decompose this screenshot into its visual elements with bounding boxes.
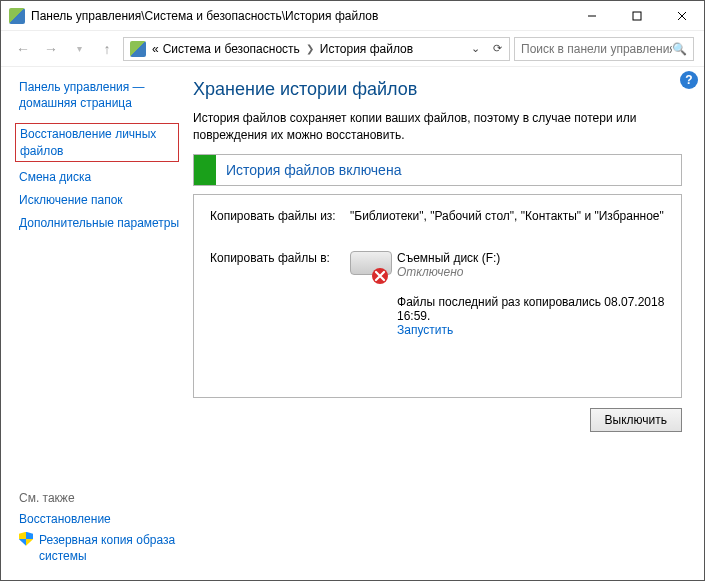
- control-panel-icon: [130, 41, 146, 57]
- status-text: История файлов включена: [216, 162, 401, 178]
- copy-to-label: Копировать файлы в:: [210, 251, 350, 337]
- copy-to-row: Копировать файлы в: Съемный диск (F:) От…: [210, 251, 665, 337]
- up-button[interactable]: ↑: [95, 37, 119, 61]
- back-button[interactable]: ←: [11, 37, 35, 61]
- search-input[interactable]: [521, 42, 672, 56]
- svg-rect-1: [633, 12, 641, 20]
- last-copy-text: Файлы последний раз копировались 08.07.2…: [397, 295, 664, 323]
- sidebar: Панель управления — домашняя страница Во…: [1, 67, 193, 580]
- refresh-icon[interactable]: ⟳: [487, 42, 507, 55]
- breadcrumb-current[interactable]: История файлов: [318, 42, 415, 56]
- drive-block: Съемный диск (F:) Отключено Файлы послед…: [350, 251, 665, 337]
- sidebar-task-advanced[interactable]: Дополнительные параметры: [19, 215, 183, 231]
- disable-button[interactable]: Выключить: [590, 408, 682, 432]
- copy-from-value: "Библиотеки", "Рабочий стол", "Контакты"…: [350, 209, 665, 223]
- drive-info: Съемный диск (F:) Отключено Файлы послед…: [397, 251, 665, 337]
- status-banner: История файлов включена: [193, 154, 682, 186]
- sidebar-task-link[interactable]: Исключение папок: [19, 192, 183, 208]
- search-icon: 🔍: [672, 42, 687, 56]
- see-also-link[interactable]: Резервная копия образа системы: [39, 532, 183, 564]
- see-also-recovery[interactable]: Восстановление: [19, 511, 183, 527]
- breadcrumb-prefix: «: [150, 42, 161, 56]
- content: ? Хранение истории файлов История файлов…: [193, 67, 704, 580]
- breadcrumb-parent[interactable]: Система и безопасность: [161, 42, 302, 56]
- status-stripe: [194, 155, 216, 185]
- minimize-button[interactable]: [569, 1, 614, 31]
- see-also-link[interactable]: Восстановление: [19, 511, 111, 527]
- control-panel-icon: [9, 8, 25, 24]
- see-also-system-image[interactable]: Резервная копия образа системы: [19, 532, 183, 564]
- titlebar: Панель управления\Система и безопасность…: [1, 1, 704, 31]
- navbar: ← → ▾ ↑ « Система и безопасность ❯ Истор…: [1, 31, 704, 67]
- sidebar-task-exclude[interactable]: Исключение папок: [19, 192, 183, 208]
- see-also-section: См. также Восстановление Резервная копия…: [19, 491, 183, 568]
- search-box[interactable]: 🔍: [514, 37, 694, 61]
- sidebar-task-link[interactable]: Дополнительные параметры: [19, 215, 183, 231]
- page-description: История файлов сохраняет копии ваших фай…: [193, 110, 682, 144]
- control-panel-home-link[interactable]: Панель управления — домашняя страница: [19, 79, 183, 111]
- chevron-right-icon[interactable]: ❯: [302, 43, 318, 54]
- window-controls: [569, 1, 704, 31]
- last-copy: Файлы последний раз копировались 08.07.2…: [397, 295, 665, 337]
- body: Панель управления — домашняя страница Во…: [1, 67, 704, 580]
- recent-dropdown[interactable]: ▾: [67, 37, 91, 61]
- page-title: Хранение истории файлов: [193, 79, 682, 100]
- close-button[interactable]: [659, 1, 704, 31]
- address-bar[interactable]: « Система и безопасность ❯ История файло…: [123, 37, 510, 61]
- sidebar-task-restore[interactable]: Восстановление личных файлов: [15, 123, 179, 161]
- maximize-button[interactable]: [614, 1, 659, 31]
- address-dropdown-icon[interactable]: ⌄: [465, 42, 485, 55]
- drive-name: Съемный диск (F:): [397, 251, 665, 265]
- help-icon[interactable]: ?: [680, 71, 698, 89]
- forward-button[interactable]: →: [39, 37, 63, 61]
- see-also-title: См. также: [19, 491, 183, 505]
- error-x-icon: [371, 267, 389, 285]
- drive-icon: [350, 251, 387, 281]
- shield-icon: [19, 532, 33, 546]
- sidebar-task-change-drive[interactable]: Смена диска: [19, 169, 183, 185]
- sidebar-task-link[interactable]: Восстановление личных файлов: [20, 126, 174, 158]
- run-now-link[interactable]: Запустить: [397, 323, 453, 337]
- copy-from-label: Копировать файлы из:: [210, 209, 350, 223]
- action-row: Выключить: [193, 408, 682, 432]
- copy-from-row: Копировать файлы из: "Библиотеки", "Рабо…: [210, 209, 665, 223]
- drive-status: Отключено: [397, 265, 665, 279]
- window-title: Панель управления\Система и безопасность…: [31, 9, 569, 23]
- sidebar-task-link[interactable]: Смена диска: [19, 169, 183, 185]
- details-panel: Копировать файлы из: "Библиотеки", "Рабо…: [193, 194, 682, 398]
